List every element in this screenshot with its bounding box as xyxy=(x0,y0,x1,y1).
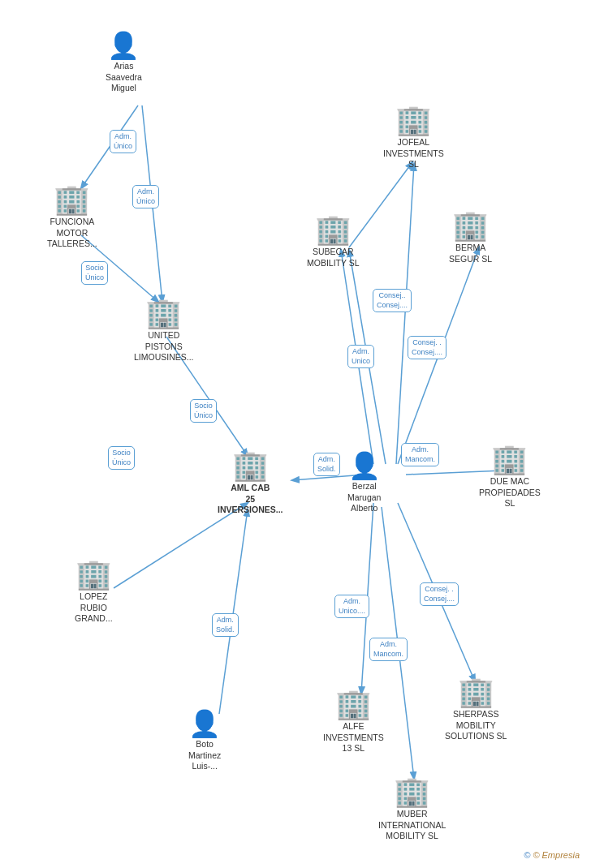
node-berma: 🏢 BERMA SEGUR SL xyxy=(449,211,492,264)
node-jofeal: 🏢 JOFEAL INVESTMENTS SL xyxy=(383,105,444,170)
label-united: UNITED PISTONS LIMOUSINES... xyxy=(134,330,194,363)
label-boto: Boto Martinez Luis-... xyxy=(188,739,221,772)
building-icon-jofeal: 🏢 xyxy=(395,105,432,135)
label-berma: BERMA SEGUR SL xyxy=(449,243,492,264)
node-alfe: 🏢 ALFE INVESTMENTS 13 SL xyxy=(323,690,384,754)
edge-label-adm-unico-2: Adm. Único xyxy=(132,185,159,208)
copyright-symbol: © xyxy=(524,850,530,860)
building-icon-aml-cab: 🏢 xyxy=(232,451,269,480)
building-icon-alfe: 🏢 xyxy=(335,690,372,719)
edge-label-socio-unico-2: Socio Único xyxy=(190,399,217,423)
node-united: 🏢 UNITED PISTONS LIMOUSINES... xyxy=(134,299,194,363)
node-muber: 🏢 MUBER INTERNATIONAL MOBILITY SL xyxy=(378,777,446,842)
label-berzal: Berzal Marugan Alberto xyxy=(347,481,381,514)
building-icon-subecar: 🏢 xyxy=(315,215,352,244)
node-boto: 👤 Boto Martinez Luis-... xyxy=(188,711,221,772)
label-alfe: ALFE INVESTMENTS 13 SL xyxy=(323,721,384,754)
edge-label-socio-unico-3: Socio Único xyxy=(108,446,135,470)
building-icon-berma: 🏢 xyxy=(452,211,489,240)
label-arias: Arias Saavedra Miguel xyxy=(106,61,142,94)
edge-label-consej-2: Consej. . Consej.... xyxy=(408,336,446,359)
node-aml-cab: 🏢 AML CAB 25 INVERSIONES... xyxy=(218,451,283,516)
label-sherpass: SHERPASS MOBILITY SOLUTIONS SL xyxy=(445,709,507,742)
building-icon-due-mac: 🏢 xyxy=(491,445,528,474)
label-jofeal: JOFEAL INVESTMENTS SL xyxy=(383,137,444,170)
edge-label-adm-unico-3: Adm. Unico xyxy=(347,345,374,368)
person-icon-arias: 👤 xyxy=(107,32,140,58)
building-icon-lopez: 🏢 xyxy=(75,560,112,589)
label-subecar: SUBECAR MOBILITY SL xyxy=(307,247,360,269)
label-muber: MUBER INTERNATIONAL MOBILITY SL xyxy=(378,809,446,842)
watermark: © © Empresia xyxy=(524,850,580,860)
svg-line-14 xyxy=(219,509,248,714)
edge-label-consej-3: Consej. . Consej.... xyxy=(420,582,459,606)
building-icon-sherpass: 🏢 xyxy=(458,677,494,707)
node-sherpass: 🏢 SHERPASS MOBILITY SOLUTIONS SL xyxy=(445,677,507,742)
edge-label-adm-solid-1: Adm. Solid. xyxy=(313,453,340,476)
building-icon-united: 🏢 xyxy=(145,299,182,328)
edge-label-adm-unico-1: Adm. Único xyxy=(110,130,136,153)
building-icon-muber: 🏢 xyxy=(394,777,430,806)
watermark-text: © Empresia xyxy=(533,850,580,860)
node-funciona: 🏢 FUNCIONA MOTOR TALLERES... xyxy=(47,185,97,250)
person-icon-boto: 👤 xyxy=(188,711,221,737)
node-arias: 👤 Arias Saavedra Miguel xyxy=(106,32,142,94)
edge-label-adm-solid-2: Adm. Solid. xyxy=(212,613,239,637)
node-subecar: 🏢 SUBECAR MOBILITY SL xyxy=(307,215,360,269)
edge-label-socio-unico-1: Socio Único xyxy=(81,261,108,285)
label-due-mac: DUE MAC PROPIEDADES SL xyxy=(479,476,541,509)
edge-label-consej-1: Consej.. Consej.... xyxy=(373,289,412,312)
diagram-canvas: 👤 Arias Saavedra Miguel 🏢 FUNCIONA MOTOR… xyxy=(0,0,591,868)
node-lopez: 🏢 LOPEZ RUBIO GRAND... xyxy=(75,560,113,625)
node-berzal: 👤 Berzal Marugan Alberto xyxy=(347,453,381,514)
label-aml-cab: AML CAB 25 INVERSIONES... xyxy=(218,483,283,516)
edge-label-adm-mancom-2: Adm. Mancom. xyxy=(369,638,408,661)
edge-label-adm-unico-4: Adm. Unico.... xyxy=(334,595,369,618)
label-funciona: FUNCIONA MOTOR TALLERES... xyxy=(47,217,97,250)
building-icon-funciona: 🏢 xyxy=(54,185,90,214)
edge-label-adm-mancom-1: Adm. Mancom. xyxy=(401,443,439,466)
person-icon-berzal: 👤 xyxy=(348,453,381,479)
label-lopez: LOPEZ RUBIO GRAND... xyxy=(75,591,113,625)
node-due-mac: 🏢 DUE MAC PROPIEDADES SL xyxy=(479,445,541,509)
svg-line-6 xyxy=(396,164,414,464)
